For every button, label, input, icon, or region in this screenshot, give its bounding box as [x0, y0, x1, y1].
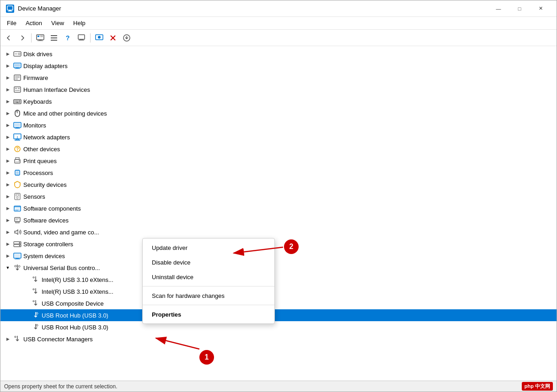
- tree-item-firmware[interactable]: ▶ Firmware: [0, 72, 557, 84]
- download-driver-button[interactable]: [120, 32, 133, 44]
- properties-label: Properties: [152, 311, 181, 318]
- svg-rect-42: [19, 102, 20, 103]
- expand-human-interface[interactable]: ▶: [4, 86, 11, 93]
- expand-sound-video[interactable]: ▶: [4, 228, 11, 236]
- expand-security-devices[interactable]: ▶: [4, 181, 11, 188]
- tree-item-usb-root-hub2[interactable]: ▶ USB Root Hub (USB 3.0): [0, 321, 557, 333]
- tree-item-keyboards[interactable]: ▶ Keyboards: [0, 95, 557, 107]
- expand-software-devices[interactable]: ▶: [4, 217, 11, 224]
- expand-keyboards[interactable]: ▶: [4, 98, 11, 105]
- help-button[interactable]: ?: [61, 32, 74, 44]
- label-keyboards: Keyboards: [23, 98, 52, 105]
- expand-system-devices[interactable]: ▶: [4, 252, 11, 260]
- tree-item-display-adapters[interactable]: ▶ Display adapters: [0, 60, 557, 72]
- tree-item-print-queues[interactable]: ▶ Print queues: [0, 155, 557, 167]
- scan-button[interactable]: [93, 32, 106, 44]
- expand-processors[interactable]: ▶: [4, 169, 11, 176]
- expand-mice[interactable]: ▶: [4, 110, 11, 117]
- label-storage-controllers: Storage controllers: [23, 241, 73, 248]
- expand-print-queues[interactable]: ▶: [4, 157, 11, 164]
- tree-item-system-devices[interactable]: ▶ System devices: [0, 250, 557, 262]
- svg-point-70: [16, 197, 18, 199]
- expand-sensors[interactable]: ▶: [4, 193, 11, 200]
- svg-rect-94: [15, 336, 16, 338]
- svg-rect-53: [15, 140, 20, 141]
- expand-monitors[interactable]: ▶: [4, 122, 11, 129]
- svg-rect-25: [16, 68, 19, 69]
- svg-rect-35: [14, 100, 21, 104]
- uninstall-button[interactable]: [107, 32, 119, 44]
- close-button[interactable]: ✕: [530, 1, 551, 16]
- context-menu-properties[interactable]: Properties: [143, 307, 274, 322]
- expand-firmware[interactable]: ▶: [4, 74, 11, 81]
- icon-monitors: [13, 121, 21, 129]
- tree-item-network[interactable]: ▶ Network adapters: [0, 131, 557, 143]
- menu-help[interactable]: Help: [69, 18, 90, 28]
- icon-usb-composite: [32, 299, 40, 307]
- context-menu-disable-device[interactable]: Disable device: [143, 255, 274, 270]
- expand-software-components[interactable]: ▶: [4, 205, 11, 212]
- tree-item-monitors[interactable]: ▶ Monitors: [0, 119, 557, 131]
- expand-usb-connector[interactable]: ▶: [4, 335, 11, 343]
- menu-file[interactable]: File: [2, 18, 21, 28]
- tree-item-security-devices[interactable]: ▶ Security devices: [0, 179, 557, 191]
- svg-rect-90: [33, 289, 34, 290]
- expand-storage-controllers[interactable]: ▶: [4, 240, 11, 248]
- svg-rect-38: [17, 101, 18, 101]
- icon-software-devices: [13, 216, 21, 224]
- tree-item-intel-usb1[interactable]: ▶ Intel(R) USB 3.10 eXtens...: [0, 274, 557, 286]
- svg-rect-24: [15, 64, 20, 67]
- context-menu-uninstall-device[interactable]: Uninstall device: [143, 270, 274, 284]
- list-view-button[interactable]: [48, 32, 60, 44]
- window-controls: — □ ✕: [488, 1, 551, 16]
- label-other-devices: Other devices: [23, 146, 60, 153]
- tree-item-human-interface[interactable]: ▶ Human Interface Devices: [0, 84, 557, 95]
- icon-security-devices: [13, 180, 21, 189]
- expand-usb-controllers[interactable]: ▼: [4, 264, 11, 271]
- expand-disk-drives[interactable]: ▶: [4, 50, 11, 58]
- toolbar: ?: [0, 30, 557, 46]
- context-menu-update-driver[interactable]: Update driver: [143, 240, 274, 255]
- expand-display-adapters[interactable]: ▶: [4, 62, 11, 69]
- resource-view-button[interactable]: [75, 32, 88, 44]
- context-menu-scan-hardware[interactable]: Scan for hardware changes: [143, 288, 274, 303]
- status-text: Opens property sheet for the current sel…: [4, 383, 117, 390]
- svg-rect-39: [19, 101, 20, 101]
- tree-item-usb-composite[interactable]: ▶ USB Composite Device: [0, 297, 557, 309]
- tree-item-disk-drives[interactable]: ▶ Disk drives: [0, 48, 557, 60]
- disable-device-label: Disable device: [152, 259, 191, 266]
- svg-rect-11: [51, 40, 57, 41]
- tree-item-software-devices[interactable]: ▶ Software devices: [0, 214, 557, 226]
- tree-item-intel-usb2[interactable]: ▶ Intel(R) USB 3.10 eXtens...: [0, 286, 557, 297]
- computer-view-button[interactable]: [34, 32, 47, 44]
- menu-view[interactable]: View: [47, 18, 69, 28]
- svg-rect-86: [15, 259, 20, 260]
- tree-item-storage-controllers[interactable]: ▶ Storage controllers: [0, 238, 557, 250]
- maximize-button[interactable]: □: [509, 1, 530, 16]
- tree-item-sound-video[interactable]: ▶ Sound, video and game co...: [0, 226, 557, 238]
- tree-item-sensors[interactable]: ▶ Sensors: [0, 191, 557, 202]
- device-tree[interactable]: ▶ Disk drives ▶ Display adapters ▶: [0, 46, 557, 381]
- tree-item-software-components[interactable]: ▶ Software components: [0, 202, 557, 214]
- svg-rect-28: [15, 76, 20, 77]
- minimize-button[interactable]: —: [488, 1, 509, 16]
- tree-item-mice[interactable]: ▶ Mice and other pointing devices: [0, 107, 557, 119]
- tree-item-usb-root-hub-selected[interactable]: ▶ USB Root Hub (USB 3.0): [0, 309, 557, 321]
- label-software-components: Software components: [23, 205, 81, 212]
- tree-item-processors[interactable]: ▶ Processors: [0, 167, 557, 179]
- forward-button[interactable]: [16, 32, 29, 44]
- svg-rect-76: [16, 218, 19, 219]
- menu-action[interactable]: Action: [21, 18, 47, 28]
- label-processors: Processors: [23, 170, 53, 176]
- expand-network[interactable]: ▶: [4, 133, 11, 141]
- tree-item-usb-connector[interactable]: ▶ USB Connector Managers: [0, 333, 557, 345]
- svg-rect-6: [37, 36, 39, 37]
- label-usb-connector: USB Connector Managers: [23, 336, 93, 343]
- tree-item-usb-controllers[interactable]: ▼ Universal Serial Bus contro...: [0, 262, 557, 274]
- back-button[interactable]: [2, 32, 15, 44]
- svg-point-81: [19, 242, 21, 244]
- svg-rect-30: [15, 79, 18, 79]
- svg-rect-29: [15, 77, 20, 78]
- tree-item-other-devices[interactable]: ▶ ? Other devices: [0, 143, 557, 155]
- expand-other-devices[interactable]: ▶: [4, 145, 11, 153]
